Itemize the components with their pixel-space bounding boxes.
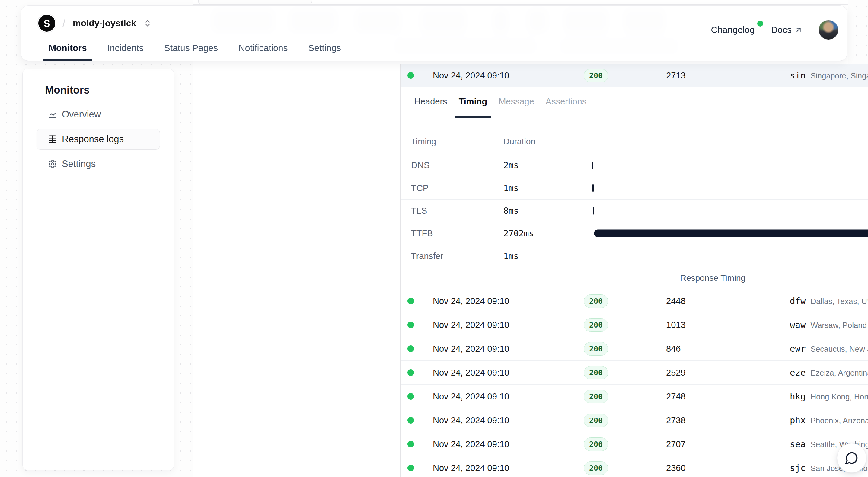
status-code-badge: 200	[584, 69, 608, 82]
nav-tab-settings[interactable]: Settings	[303, 37, 346, 61]
region-location: Secaucus, New Jersey, USA	[810, 345, 868, 354]
main-content-card: Nov 24, 2024 09:10 200 2713 sin Singapor…	[192, 0, 848, 477]
status-dot	[407, 298, 414, 304]
changelog-link[interactable]: Changelog	[711, 25, 755, 35]
timing-row: DNS 2ms	[401, 154, 868, 177]
tab-headers[interactable]: Headers	[410, 87, 452, 118]
breadcrumb-separator: /	[62, 17, 65, 30]
nav-tab-notifications[interactable]: Notifications	[233, 37, 293, 61]
region-location: Dallas, Texas, USA	[810, 297, 868, 306]
log-row[interactable]: Nov 24, 2024 09:10 200 2707 sea Seattle,…	[401, 432, 868, 456]
region-code: sjc	[790, 463, 806, 473]
nav-tab-monitors[interactable]: Monitors	[43, 37, 92, 61]
chat-fab-button[interactable]	[837, 443, 867, 473]
timing-phase-label: TLS	[411, 206, 503, 216]
user-avatar[interactable]	[819, 20, 838, 39]
log-latency: 846	[665, 344, 790, 354]
app-header: S / moldy-joystick Changelog Docs Monito…	[21, 5, 847, 61]
region-code: sin	[790, 70, 806, 81]
log-region: dfw Dallas, Texas, USA	[790, 296, 868, 306]
header-breadcrumb: S / moldy-joystick	[38, 13, 152, 33]
status-code-badge: 200	[584, 438, 608, 451]
timing-duration-value: 1ms	[503, 183, 592, 193]
log-latency: 2448	[665, 296, 790, 306]
sidebar-item-label: Settings	[62, 158, 96, 169]
status-dot	[407, 346, 414, 352]
region-location: Singapore, Singapore	[810, 71, 868, 81]
timing-phase-label: TTFB	[411, 229, 503, 239]
region-code: hkg	[790, 391, 806, 401]
log-row[interactable]: Nov 24, 2024 09:10 200 2748 hkg Hong Kon…	[401, 384, 868, 408]
log-row[interactable]: Nov 24, 2024 09:10 200 1013 waw Warsaw, …	[401, 313, 868, 337]
timing-bar-area	[592, 222, 868, 244]
timing-row: TCP 1ms	[401, 177, 868, 199]
app-logo[interactable]: S	[38, 15, 55, 32]
region-location: Warsaw, Poland	[810, 321, 867, 330]
status-dot	[407, 417, 414, 423]
log-detail-tabs: Headers Timing Message Assertions	[401, 87, 868, 118]
timing-bar-area	[592, 200, 868, 222]
nav-tab-incidents[interactable]: Incidents	[102, 37, 149, 61]
sidebar-item-label: Overview	[62, 109, 101, 120]
region-code: dfw	[790, 296, 806, 306]
status-code-badge: 200	[584, 294, 608, 308]
tab-timing[interactable]: Timing	[455, 87, 492, 118]
status-dot	[407, 441, 414, 447]
log-latency: 2748	[665, 392, 790, 401]
status-code-badge: 200	[584, 390, 608, 403]
header-actions: Changelog Docs	[711, 20, 838, 39]
region-code: ewr	[790, 344, 806, 354]
timing-row: Transfer 1ms	[401, 244, 868, 267]
status-code-badge: 200	[584, 414, 608, 427]
sidebar-item-overview[interactable]: Overview	[36, 104, 160, 125]
page: { "palette": { "status_dot_green": "#22C…	[0, 0, 868, 477]
log-timestamp: Nov 24, 2024 09:10	[433, 415, 584, 425]
log-row[interactable]: Nov 24, 2024 09:10 200 2529 eze Ezeiza, …	[401, 360, 868, 384]
nav-tab-status-pages[interactable]: Status Pages	[159, 37, 223, 61]
response-log-panel: Nov 24, 2024 09:10 200 2713 sin Singapor…	[401, 64, 868, 477]
region-code: waw	[790, 320, 806, 330]
sidebar-menu: Overview Response logs Settings	[36, 104, 160, 175]
sidebar-title: Monitors	[45, 84, 174, 96]
log-latency: 2738	[665, 415, 790, 425]
line-chart-icon	[48, 110, 57, 119]
docs-link[interactable]: Docs	[771, 25, 803, 35]
sidebar: Monitors Overview Response logs Settings	[22, 68, 174, 470]
log-row[interactable]: Nov 24, 2024 09:10 200 846 ewr Secaucus,…	[401, 337, 868, 360]
log-row[interactable]: Nov 24, 2024 09:10 200 2448 dfw Dallas, …	[401, 289, 868, 313]
sidebar-item-label: Response logs	[62, 134, 124, 145]
sidebar-item-response-logs[interactable]: Response logs	[36, 129, 160, 150]
status-code-badge: 200	[584, 342, 608, 356]
timing-table-header: Timing Duration	[401, 129, 868, 154]
region-code: phx	[790, 415, 806, 425]
status-code-badge: 200	[584, 318, 608, 332]
tab-message[interactable]: Message	[494, 87, 538, 118]
log-timestamp: Nov 24, 2024 09:10	[433, 344, 584, 354]
log-timestamp: Nov 24, 2024 09:10	[433, 439, 584, 449]
log-row[interactable]: Nov 24, 2024 09:10 200 2738 phx Phoenix,…	[401, 408, 868, 432]
timing-rows: DNS 2ms TCP 1ms TLS 8ms TTFB 2702ms Tran…	[401, 154, 868, 267]
region-location: Hong Kong, Hong Kong	[810, 392, 868, 401]
timing-phase-label: Transfer	[411, 251, 503, 261]
duration-column-header: Duration	[503, 137, 592, 146]
log-latency: 2713	[665, 71, 790, 81]
log-row[interactable]: Nov 24, 2024 09:10 200 2713 sin Singapor…	[401, 64, 868, 87]
changelog-label: Changelog	[711, 25, 755, 35]
chevrons-up-down-icon[interactable]	[143, 19, 152, 27]
region-code: sea	[790, 439, 806, 449]
region-location: Phoenix, Arizona, USA	[810, 416, 868, 425]
log-timestamp: Nov 24, 2024 09:10	[433, 392, 584, 401]
log-region: hkg Hong Kong, Hong Kong	[790, 391, 868, 401]
log-region: phx Phoenix, Arizona, USA	[790, 415, 868, 425]
log-timestamp: Nov 24, 2024 09:10	[433, 320, 584, 330]
timing-duration-value: 8ms	[503, 206, 592, 216]
sidebar-item-settings[interactable]: Settings	[36, 153, 160, 175]
timing-bar-area	[592, 177, 868, 199]
log-row[interactable]: Nov 24, 2024 09:10 200 2360 sjc San Jose…	[401, 456, 868, 477]
arrow-up-right-icon	[795, 26, 803, 34]
timing-bar	[592, 161, 593, 169]
log-region: waw Warsaw, Poland	[790, 320, 868, 330]
tab-assertions[interactable]: Assertions	[541, 87, 591, 118]
changelog-new-dot	[757, 21, 763, 27]
status-dot	[407, 393, 414, 400]
